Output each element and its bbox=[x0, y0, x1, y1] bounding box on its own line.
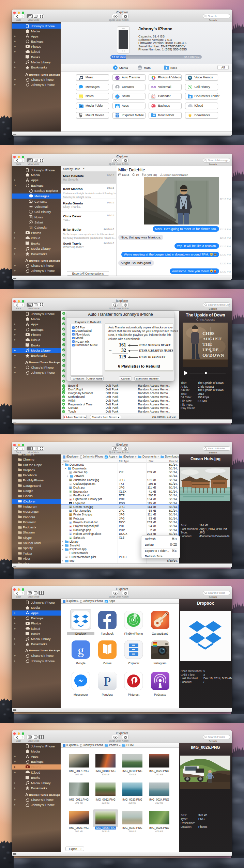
svg-text:AUGUST: AUGUST bbox=[202, 336, 222, 341]
svg-text:S: S bbox=[212, 331, 215, 336]
svg-text:P: P bbox=[104, 674, 111, 688]
svg-text:24: 24 bbox=[152, 96, 155, 98]
svg-text:DOWN: DOWN bbox=[209, 353, 224, 358]
svg-text:UPS: UPS bbox=[202, 347, 211, 352]
svg-text:THE: THE bbox=[202, 342, 212, 347]
svg-text:OF: OF bbox=[202, 353, 209, 358]
svg-text:DE: DE bbox=[212, 347, 219, 352]
svg-text:15: 15 bbox=[30, 227, 32, 229]
svg-text:g: g bbox=[78, 644, 84, 657]
